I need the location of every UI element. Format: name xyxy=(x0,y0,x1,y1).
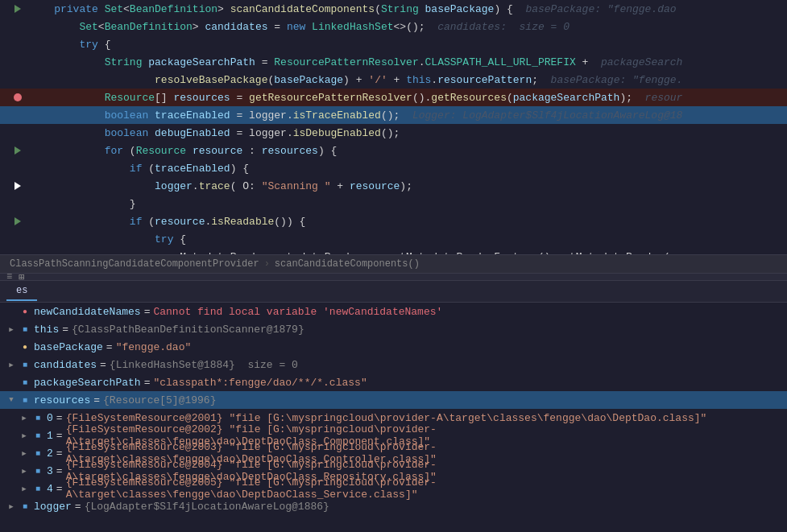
var-name-newcandidatenames: newCandidateNames xyxy=(34,306,141,318)
var-val-logger: {LogAdapter$Slf4jLocationAwareLog@1886} xyxy=(85,501,329,513)
code-content-6: Resource[] resources = getResourcePatter… xyxy=(29,92,787,104)
expand-r1[interactable] xyxy=(19,431,29,440)
var-name-candidates: candidates xyxy=(34,359,97,371)
code-content-7: boolean traceEnabled = logger.isTraceEna… xyxy=(29,109,787,122)
info-icon-r4: ■ xyxy=(32,483,43,494)
code-content-4: String packageSearchPath = ResourcePatte… xyxy=(29,56,787,68)
code-line-9: for (Resource resource : resources) { xyxy=(0,142,787,159)
gutter-11 xyxy=(6,180,29,192)
info-icon-r0: ■ xyxy=(32,412,43,423)
expand-newcandidatenames xyxy=(6,307,16,316)
code-content-2: Set<BeanDefinition> candidates = new Lin… xyxy=(29,21,787,33)
code-line-2: Set<BeanDefinition> candidates = new Lin… xyxy=(0,18,787,35)
tab-variables[interactable]: es xyxy=(6,282,37,301)
code-content-9: for (Resource resource : resources) { xyxy=(29,145,787,157)
code-line-3: try { xyxy=(0,35,787,53)
var-name-this: this xyxy=(34,324,59,336)
panel-divider: ≡ ⊞ xyxy=(0,273,787,281)
expand-resources[interactable] xyxy=(6,395,16,405)
expand-r2[interactable] xyxy=(19,448,29,458)
var-name-basepackage: basePackage xyxy=(34,341,103,353)
info-icon-r3: ■ xyxy=(32,465,43,476)
expand-r0[interactable] xyxy=(19,413,29,423)
info-icon-candidates: ■ xyxy=(19,359,31,370)
gutter-9 xyxy=(6,145,29,156)
info-icon-resources: ■ xyxy=(19,394,31,406)
code-line-12: } xyxy=(0,195,787,212)
var-name-r3: 3 xyxy=(47,465,53,477)
info-icon-this: ■ xyxy=(19,324,31,335)
code-line-4: String packageSearchPath = ResourcePatte… xyxy=(0,53,787,71)
code-line-8: boolean debugEnabled = logger.isDebugEna… xyxy=(0,124,787,142)
code-content-5: resolveBasePackage(basePackage) + '/' + … xyxy=(29,74,787,86)
ide-window: private Set<BeanDefinition> scanCandidat… xyxy=(0,0,787,532)
arrow-right-icon-2 xyxy=(12,145,23,156)
code-line-5: resolveBasePackage(basePackage) + '/' + … xyxy=(0,71,787,89)
debug-var-r4[interactable]: ■ 4 = {FileSystemResource@2005} "file [G… xyxy=(0,480,787,497)
var-val-candidates: {LinkedHashSet@1884} size = 0 xyxy=(110,359,298,371)
error-icon-newcandidatenames: ● xyxy=(19,306,31,317)
expand-logger[interactable] xyxy=(6,501,16,511)
debug-var-resources[interactable]: ■ resources = {Resource[5]@1996} xyxy=(0,391,787,409)
debug-panel[interactable]: ● newCandidateNames = Cannot find local … xyxy=(0,303,787,532)
gutter-13 xyxy=(6,216,29,227)
var-name-r4: 4 xyxy=(47,483,53,495)
code-content-1: private Set<BeanDefinition> scanCandidat… xyxy=(29,3,787,15)
debug-tabs: es xyxy=(0,281,787,303)
info-icon-logger: ■ xyxy=(19,501,31,512)
var-val-this: {ClassPathBeanDefinitionScanner@1879} xyxy=(72,324,304,336)
expand-basepackage xyxy=(6,342,16,352)
code-content-3: try { xyxy=(29,39,787,51)
var-val-r0: {FileSystemResource@2001} "file [G:\mysp… xyxy=(66,412,707,424)
expand-candidates[interactable] xyxy=(6,360,16,369)
var-name-r0: 0 xyxy=(47,412,53,424)
code-line-6: Resource[] resources = getResourcePatter… xyxy=(0,89,787,106)
code-line-13: if (resource.isReadable()) { xyxy=(0,212,787,230)
code-line-1: private Set<BeanDefinition> scanCandidat… xyxy=(0,0,787,18)
info-icon-packagesearchpath: ■ xyxy=(19,377,31,388)
arrow-right-white-icon xyxy=(12,180,23,192)
var-val-resources: {Resource[5]@1996} xyxy=(103,394,216,406)
gutter-6 xyxy=(6,92,29,103)
gutter-1 xyxy=(6,3,29,14)
code-content-8: boolean debugEnabled = logger.isDebugEna… xyxy=(29,127,787,139)
code-line-14: try { xyxy=(0,230,787,248)
var-name-packagesearchpath: packageSearchPath xyxy=(34,377,141,389)
code-content-15: MetadataReader metadataReader... getMeta… xyxy=(29,251,787,255)
var-name-r2: 2 xyxy=(47,447,53,460)
debug-var-packagesearchpath[interactable]: ■ packageSearchPath = "classpath*:fengge… xyxy=(0,373,787,391)
expand-packagesearchpath xyxy=(6,377,16,387)
var-val-packagesearchpath: "classpath*:fengge/dao/**/*.class" xyxy=(153,377,367,389)
code-content-10: if (traceEnabled) { xyxy=(29,163,787,175)
arrow-right-icon xyxy=(12,3,23,14)
expand-this[interactable] xyxy=(6,324,16,334)
var-val-basepackage: "fengge.dao" xyxy=(116,341,192,353)
info-icon-r1: ■ xyxy=(32,430,43,441)
var-val-r4: {FileSystemResource@2005} "file [G:\mysp… xyxy=(66,476,781,501)
info-icon-r2: ■ xyxy=(32,447,43,459)
debug-var-newcandidatenames[interactable]: ● newCandidateNames = Cannot find local … xyxy=(0,303,787,320)
code-line-11: logger.trace( O: "Scanning " + resource)… xyxy=(0,177,787,195)
debug-var-this[interactable]: ■ this = {ClassPathBeanDefinitionScanner… xyxy=(0,320,787,338)
code-content-13: if (resource.isReadable()) { xyxy=(29,216,787,228)
var-name-r1: 1 xyxy=(47,430,53,442)
debug-var-basepackage[interactable]: ● basePackage = "fengge.dao" xyxy=(0,338,787,356)
warn-icon-basepackage: ● xyxy=(19,341,31,353)
arrow-right-icon-3 xyxy=(12,216,23,227)
red-dot-icon xyxy=(12,92,23,103)
code-content-12: } xyxy=(29,198,787,210)
expand-r4[interactable] xyxy=(19,484,29,493)
code-line-7: boolean traceEnabled = logger.isTraceEna… xyxy=(0,106,787,124)
breadcrumb-method: scanCandidateComponents() xyxy=(275,258,420,270)
breadcrumb-class: ClassPathScanningCandidateComponentProvi… xyxy=(10,258,259,270)
code-content-11: logger.trace( O: "Scanning " + resource)… xyxy=(29,180,787,192)
expand-r3[interactable] xyxy=(19,466,29,476)
code-line-15: MetadataReader metadataReader... getMeta… xyxy=(0,248,787,254)
breadcrumb-bar: ClassPathScanningCandidateComponentProvi… xyxy=(0,254,787,273)
code-editor: private Set<BeanDefinition> scanCandidat… xyxy=(0,0,787,254)
code-line-10: if (traceEnabled) { xyxy=(0,159,787,177)
var-name-logger: logger xyxy=(34,501,72,513)
debug-var-candidates[interactable]: ■ candidates = {LinkedHashSet@1884} size… xyxy=(0,356,787,373)
code-content-14: try { xyxy=(29,233,787,245)
var-name-resources: resources xyxy=(34,394,90,406)
